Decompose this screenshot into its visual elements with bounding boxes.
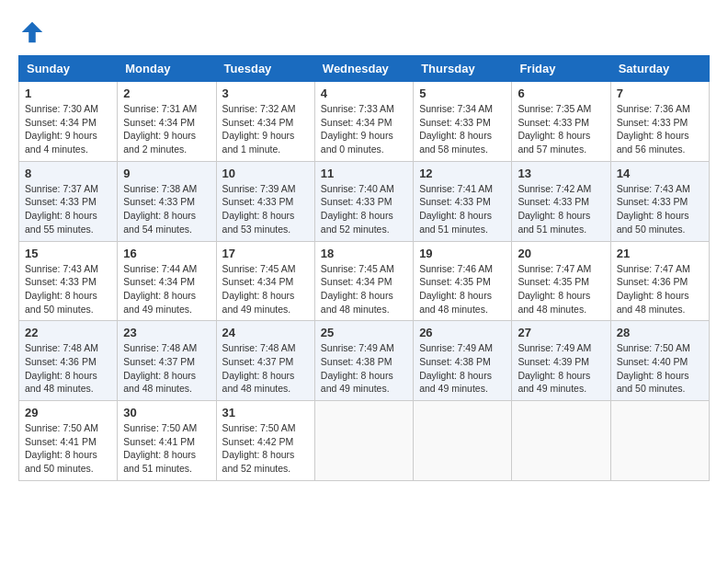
day-number: 16 [123,247,210,260]
calendar-cell: 18 Sunrise: 7:45 AM Sunset: 4:34 PM Dayl… [314,241,413,321]
day-number: 2 [123,86,210,100]
calendar-table: SundayMondayTuesdayWednesdayThursdayFrid… [18,55,710,481]
day-info: Sunrise: 7:43 AM Sunset: 4:33 PM Dayligh… [617,183,690,235]
calendar-week-row: 1 Sunrise: 7:30 AM Sunset: 4:34 PM Dayli… [19,82,710,162]
day-number: 30 [123,406,210,419]
calendar-cell: 4 Sunrise: 7:33 AM Sunset: 4:34 PM Dayli… [314,82,413,162]
day-number: 18 [321,247,407,260]
day-number: 7 [617,86,703,100]
page-header [18,18,710,46]
day-number: 3 [222,86,309,100]
calendar-cell: 24 Sunrise: 7:48 AM Sunset: 4:37 PM Dayl… [216,321,314,401]
day-info: Sunrise: 7:32 AM Sunset: 4:34 PM Dayligh… [222,103,296,155]
day-info: Sunrise: 7:31 AM Sunset: 4:34 PM Dayligh… [123,103,197,155]
day-info: Sunrise: 7:48 AM Sunset: 4:37 PM Dayligh… [222,342,296,394]
calendar-cell: 10 Sunrise: 7:39 AM Sunset: 4:33 PM Dayl… [216,161,314,241]
calendar-cell: 12 Sunrise: 7:41 AM Sunset: 4:33 PM Dayl… [414,161,512,241]
calendar-week-row: 8 Sunrise: 7:37 AM Sunset: 4:33 PM Dayli… [19,161,710,241]
day-info: Sunrise: 7:35 AM Sunset: 4:33 PM Dayligh… [518,103,591,155]
day-info: Sunrise: 7:47 AM Sunset: 4:35 PM Dayligh… [518,263,591,315]
calendar-cell: 22 Sunrise: 7:48 AM Sunset: 4:36 PM Dayl… [19,321,118,401]
calendar-cell: 25 Sunrise: 7:49 AM Sunset: 4:38 PM Dayl… [314,321,413,401]
calendar-cell: 8 Sunrise: 7:37 AM Sunset: 4:33 PM Dayli… [19,161,118,241]
day-info: Sunrise: 7:49 AM Sunset: 4:38 PM Dayligh… [321,342,394,394]
calendar-cell [610,401,709,481]
day-number: 19 [419,247,506,260]
day-number: 20 [518,247,604,260]
day-info: Sunrise: 7:48 AM Sunset: 4:37 PM Dayligh… [123,342,197,394]
day-info: Sunrise: 7:48 AM Sunset: 4:36 PM Dayligh… [25,342,98,394]
day-header-friday: Friday [512,56,610,82]
day-info: Sunrise: 7:49 AM Sunset: 4:39 PM Dayligh… [518,342,591,394]
day-info: Sunrise: 7:41 AM Sunset: 4:33 PM Dayligh… [419,183,493,235]
day-number: 29 [25,406,111,419]
day-number: 21 [617,247,703,260]
logo [18,18,48,46]
day-number: 17 [222,247,309,260]
day-info: Sunrise: 7:43 AM Sunset: 4:33 PM Dayligh… [25,263,98,315]
day-number: 22 [25,326,111,339]
day-number: 4 [321,86,407,100]
calendar-cell: 13 Sunrise: 7:42 AM Sunset: 4:33 PM Dayl… [512,161,610,241]
calendar-cell: 23 Sunrise: 7:48 AM Sunset: 4:37 PM Dayl… [118,321,216,401]
day-info: Sunrise: 7:36 AM Sunset: 4:33 PM Dayligh… [617,103,690,155]
day-number: 26 [419,326,506,339]
day-info: Sunrise: 7:33 AM Sunset: 4:34 PM Dayligh… [321,103,394,155]
calendar-header-row: SundayMondayTuesdayWednesdayThursdayFrid… [19,56,710,82]
day-info: Sunrise: 7:46 AM Sunset: 4:35 PM Dayligh… [419,263,493,315]
calendar-cell: 2 Sunrise: 7:31 AM Sunset: 4:34 PM Dayli… [118,82,216,162]
calendar-cell: 5 Sunrise: 7:34 AM Sunset: 4:33 PM Dayli… [414,82,512,162]
day-number: 1 [25,86,111,100]
day-info: Sunrise: 7:45 AM Sunset: 4:34 PM Dayligh… [321,263,394,315]
day-number: 5 [419,86,506,100]
day-number: 12 [419,167,506,180]
day-number: 14 [617,167,703,180]
day-number: 28 [617,326,703,339]
day-number: 23 [123,326,210,339]
calendar-cell: 16 Sunrise: 7:44 AM Sunset: 4:34 PM Dayl… [118,241,216,321]
calendar-week-row: 29 Sunrise: 7:50 AM Sunset: 4:41 PM Dayl… [19,401,710,481]
day-info: Sunrise: 7:50 AM Sunset: 4:41 PM Dayligh… [123,422,197,474]
calendar-cell [512,401,610,481]
day-header-wednesday: Wednesday [314,56,413,82]
calendar-week-row: 15 Sunrise: 7:43 AM Sunset: 4:33 PM Dayl… [19,241,710,321]
day-number: 27 [518,326,604,339]
day-info: Sunrise: 7:40 AM Sunset: 4:33 PM Dayligh… [321,183,394,235]
day-info: Sunrise: 7:34 AM Sunset: 4:33 PM Dayligh… [419,103,493,155]
day-info: Sunrise: 7:49 AM Sunset: 4:38 PM Dayligh… [419,342,493,394]
day-info: Sunrise: 7:44 AM Sunset: 4:34 PM Dayligh… [123,263,197,315]
day-number: 11 [321,167,407,180]
day-number: 24 [222,326,309,339]
calendar-cell: 26 Sunrise: 7:49 AM Sunset: 4:38 PM Dayl… [414,321,512,401]
calendar-week-row: 22 Sunrise: 7:48 AM Sunset: 4:36 PM Dayl… [19,321,710,401]
day-info: Sunrise: 7:37 AM Sunset: 4:33 PM Dayligh… [25,183,98,235]
day-info: Sunrise: 7:39 AM Sunset: 4:33 PM Dayligh… [222,183,296,235]
day-info: Sunrise: 7:47 AM Sunset: 4:36 PM Dayligh… [617,263,690,315]
day-number: 6 [518,86,604,100]
calendar-cell: 14 Sunrise: 7:43 AM Sunset: 4:33 PM Dayl… [610,161,709,241]
day-info: Sunrise: 7:45 AM Sunset: 4:34 PM Dayligh… [222,263,296,315]
day-info: Sunrise: 7:50 AM Sunset: 4:41 PM Dayligh… [25,422,98,474]
day-number: 13 [518,167,604,180]
day-number: 10 [222,167,309,180]
day-number: 25 [321,326,407,339]
day-info: Sunrise: 7:50 AM Sunset: 4:42 PM Dayligh… [222,422,296,474]
day-info: Sunrise: 7:30 AM Sunset: 4:34 PM Dayligh… [25,103,98,155]
day-header-thursday: Thursday [414,56,512,82]
calendar-cell: 20 Sunrise: 7:47 AM Sunset: 4:35 PM Dayl… [512,241,610,321]
day-number: 8 [25,167,111,180]
calendar-cell: 17 Sunrise: 7:45 AM Sunset: 4:34 PM Dayl… [216,241,314,321]
calendar-cell: 3 Sunrise: 7:32 AM Sunset: 4:34 PM Dayli… [216,82,314,162]
calendar-cell: 29 Sunrise: 7:50 AM Sunset: 4:41 PM Dayl… [19,401,118,481]
day-number: 31 [222,406,309,419]
calendar-cell: 6 Sunrise: 7:35 AM Sunset: 4:33 PM Dayli… [512,82,610,162]
calendar-cell: 31 Sunrise: 7:50 AM Sunset: 4:42 PM Dayl… [216,401,314,481]
calendar-cell: 9 Sunrise: 7:38 AM Sunset: 4:33 PM Dayli… [118,161,216,241]
day-number: 15 [25,247,111,260]
calendar-cell: 1 Sunrise: 7:30 AM Sunset: 4:34 PM Dayli… [19,82,118,162]
day-header-saturday: Saturday [610,56,709,82]
day-header-monday: Monday [118,56,216,82]
calendar-cell: 7 Sunrise: 7:36 AM Sunset: 4:33 PM Dayli… [610,82,709,162]
day-info: Sunrise: 7:38 AM Sunset: 4:33 PM Dayligh… [123,183,197,235]
day-header-sunday: Sunday [19,56,118,82]
